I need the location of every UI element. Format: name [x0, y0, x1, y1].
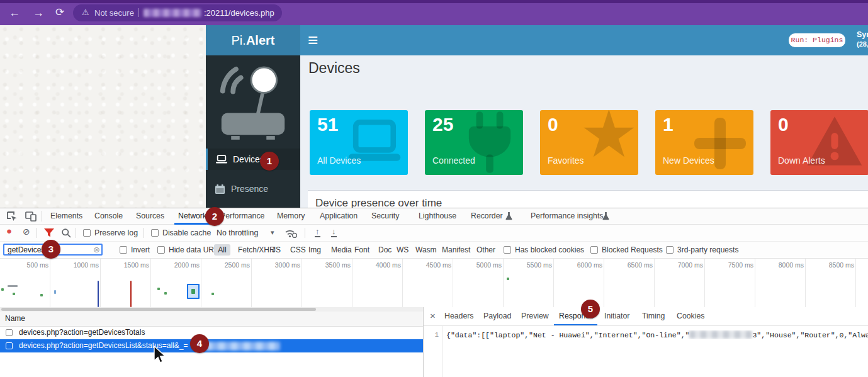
- annotation-step-1: 1: [260, 152, 279, 171]
- menu-icon[interactable]: ≡: [308, 26, 318, 54]
- type-filter[interactable]: Img: [308, 245, 321, 254]
- request-checkbox[interactable]: [6, 329, 13, 336]
- close-icon[interactable]: ×: [430, 310, 436, 321]
- request-mark: [8, 285, 18, 287]
- type-filter[interactable]: Font: [354, 245, 369, 254]
- third-party-requests-checkbox[interactable]: [666, 246, 674, 254]
- timeline-tick: 5000 ms: [455, 261, 502, 269]
- type-filter-all[interactable]: All: [214, 244, 230, 256]
- throttling-select[interactable]: No throttling: [217, 228, 258, 237]
- response-body[interactable]: {"data":[["laptop","Net - Huawei","Inter…: [446, 330, 868, 339]
- type-filter[interactable]: WS: [397, 245, 409, 254]
- tab-elements[interactable]: Elements: [50, 208, 82, 224]
- timeline-tick: 8000 ms: [757, 261, 804, 269]
- detail-tab-timing[interactable]: Timing: [642, 307, 665, 325]
- stat-card-favorites[interactable]: 0 ★ Favorites: [540, 110, 638, 175]
- sidebar-item-devices[interactable]: Devices: [206, 149, 300, 170]
- type-filter[interactable]: Fetch/XHR: [238, 245, 275, 254]
- tab-performance[interactable]: Performance: [220, 208, 264, 224]
- pialert-logo[interactable]: Pi.Alert: [206, 25, 300, 55]
- inspect-element-icon[interactable]: [6, 211, 18, 222]
- import-har-icon[interactable]: ↑: [315, 227, 320, 237]
- response-text-after: 3","House","Router",0,"Always on": [752, 331, 868, 339]
- tab-application[interactable]: Application: [320, 208, 358, 224]
- detail-tab-initiator[interactable]: Initiator: [604, 307, 629, 325]
- detail-tab-headers[interactable]: Headers: [444, 307, 473, 325]
- stat-card-down-alerts[interactable]: 0 Down Alerts: [770, 110, 868, 175]
- disable-cache-checkbox[interactable]: [151, 229, 159, 237]
- type-filter[interactable]: Wasm: [415, 245, 437, 254]
- preserve-log-label[interactable]: Preserve log: [94, 228, 138, 237]
- dropdown-arrow-icon[interactable]: ▾: [271, 228, 274, 237]
- tab-recorder[interactable]: Recorder: [471, 208, 503, 224]
- third-party-requests-label[interactable]: 3rd-party requests: [677, 245, 738, 254]
- request-row-selected[interactable]: devices.php?action=getDevicesList&status…: [0, 339, 423, 352]
- tab-security[interactable]: Security: [371, 208, 399, 224]
- timeline-tick: 8500 ms: [808, 261, 854, 269]
- has-blocked-cookies-label[interactable]: Has blocked cookies: [515, 245, 584, 254]
- run-plugins-button[interactable]: Run: Plugins: [789, 33, 845, 47]
- detail-tab-preview[interactable]: Preview: [521, 307, 549, 325]
- forward-icon[interactable]: →: [33, 0, 44, 25]
- invert-checkbox[interactable]: [120, 246, 127, 254]
- network-conditions-icon[interactable]: [285, 228, 297, 238]
- type-filter[interactable]: JS: [272, 245, 281, 254]
- disable-cache-label[interactable]: Disable cache: [162, 228, 211, 237]
- stat-label: All Devices: [317, 155, 361, 166]
- type-filter[interactable]: Manifest: [442, 245, 470, 254]
- presence-chart-panel: Device presence over time Online Offline…: [308, 190, 868, 208]
- address-bar[interactable]: ⚠ Not secure | :20211/devices.php: [73, 4, 282, 21]
- tab-lighthouse[interactable]: Lighthouse: [419, 208, 456, 224]
- request-mark: [1, 288, 4, 291]
- detail-tab-cookies[interactable]: Cookies: [677, 307, 704, 325]
- nav-right-subtext: (28,: [857, 40, 868, 48]
- request-mark: [211, 293, 214, 295]
- calendar-icon: [215, 184, 225, 194]
- tab-console[interactable]: Console: [94, 208, 123, 224]
- clear-input-icon[interactable]: ⊗: [93, 245, 100, 254]
- desktop-wallpaper: [0, 25, 206, 208]
- record-icon[interactable]: ●: [6, 225, 12, 236]
- blocked-requests-checkbox[interactable]: [590, 246, 598, 254]
- timeline-tick: 500 ms: [2, 261, 48, 269]
- url-text[interactable]: :20211/devices.php: [204, 8, 274, 18]
- horizontal-scrollbar[interactable]: [0, 307, 423, 312]
- search-icon[interactable]: [62, 228, 71, 238]
- network-overview-timeline[interactable]: 500 ms 1000 ms 1500 ms 2000 ms 2500 ms 3…: [0, 259, 868, 308]
- invert-label[interactable]: Invert: [131, 245, 150, 254]
- request-row[interactable]: devices.php?action=getDevicesTotals: [0, 326, 423, 340]
- security-label[interactable]: Not secure: [94, 8, 134, 18]
- star-icon: ★: [580, 110, 638, 167]
- flask-icon: [602, 212, 609, 220]
- tab-network[interactable]: Network: [178, 208, 206, 224]
- hide-data-urls-checkbox[interactable]: [157, 246, 165, 254]
- tab-sources[interactable]: Sources: [136, 208, 164, 224]
- device-toolbar-icon[interactable]: [25, 211, 37, 222]
- tab-memory[interactable]: Memory: [277, 208, 305, 224]
- load-event-line: [130, 281, 132, 307]
- scrollbar-thumb[interactable]: [1, 308, 316, 311]
- sidebar-item-presence[interactable]: Presence: [206, 178, 300, 200]
- filter-icon[interactable]: [44, 228, 54, 237]
- export-har-icon[interactable]: ↓: [331, 227, 337, 237]
- type-filter[interactable]: CSS: [290, 245, 306, 254]
- type-filter[interactable]: Doc: [378, 245, 392, 254]
- not-secure-warning-icon: ⚠: [82, 8, 89, 17]
- stat-card-all-devices[interactable]: 51 All Devices: [310, 110, 408, 175]
- tab-performance-insights[interactable]: Performance insights: [531, 208, 604, 224]
- back-icon[interactable]: ←: [9, 0, 20, 25]
- preserve-log-checkbox[interactable]: [83, 229, 91, 237]
- name-column-header[interactable]: Name: [0, 312, 423, 327]
- blocked-requests-label[interactable]: Blocked Requests: [602, 245, 663, 254]
- clear-icon[interactable]: ⊘: [23, 227, 30, 237]
- network-filter-row: ⊗ Invert Hide data URLs All Fetch/XHR JS…: [0, 242, 868, 259]
- type-filter[interactable]: Media: [331, 245, 352, 254]
- stat-card-new-devices[interactable]: 1 New Devices: [655, 110, 753, 175]
- detail-tab-payload[interactable]: Payload: [483, 307, 511, 325]
- has-blocked-cookies-checkbox[interactable]: [504, 246, 511, 254]
- reload-icon[interactable]: ⟳: [55, 0, 64, 25]
- request-checkbox[interactable]: [6, 342, 13, 349]
- type-filter[interactable]: Other: [476, 245, 495, 254]
- request-mark: [164, 292, 167, 295]
- stat-card-connected[interactable]: 25 Connected: [425, 110, 523, 175]
